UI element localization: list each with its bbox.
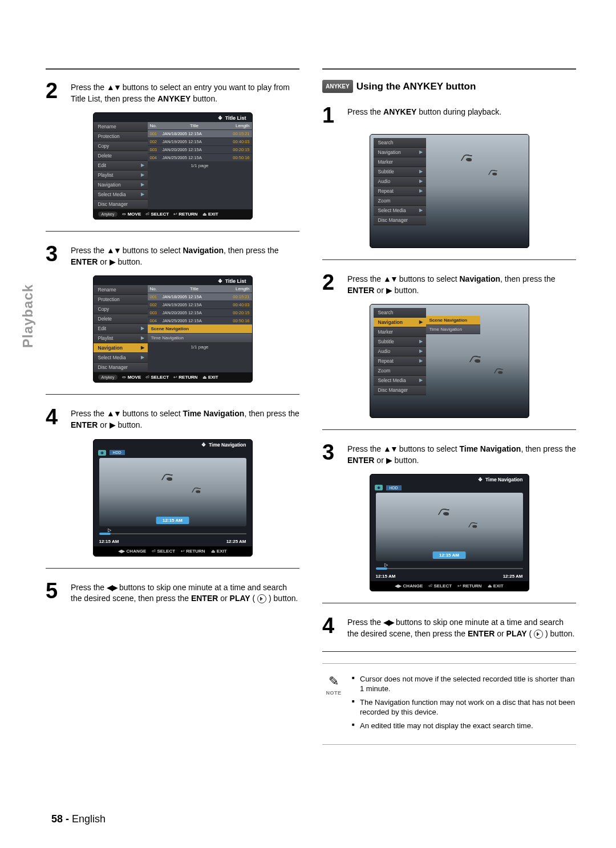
submenu-item-selected[interactable]: Scene Navigation [148,324,252,334]
table-row[interactable]: 004JAN/25/2005 12:15A00:50:16 [148,317,252,324]
osd-footer: Anykey ⇔ MOVE ⏎ SELECT ↩ RETURN ⏏ EXIT [94,209,252,219]
submenu-item[interactable]: Time Navigation [426,325,480,334]
menu-item[interactable]: Delete [94,314,148,324]
leftright-icon: ◀▶ [395,583,402,589]
divider [322,603,576,603]
menu-item[interactable]: Edit▶ [94,324,148,334]
menu-item[interactable]: Repeat▶ [374,186,426,196]
table-row[interactable]: 003JAN/20/2005 12:15A00:20:15 [148,309,252,317]
play-button-icon [257,594,266,603]
menu-item[interactable]: Select Media▶ [374,206,426,216]
menu-item[interactable]: Disc Manager [94,200,148,209]
menu-item[interactable]: Delete [94,151,148,161]
step-5: 5 Press the ◀▶ buttons to skip one minut… [46,580,299,604]
menu-item[interactable]: Search [374,308,426,318]
current-time-badge: 12:15 AM [432,551,466,559]
divider [46,68,299,70]
chevron-right-icon: ▶ [419,178,423,184]
menu-item[interactable]: Subtitle▶ [374,167,426,177]
diamond-icon: ❖ [218,278,222,284]
menu-item-selected[interactable]: Navigation▶ [94,343,148,353]
menu-item[interactable]: Marker [374,157,426,167]
menu-item[interactable]: Select Media▶ [94,190,148,200]
menu-item[interactable]: Search [374,138,426,148]
chevron-right-icon: ▶ [141,326,144,331]
step-number: 3 [46,243,64,267]
osd-title-list-1: ❖ Title List Rename Protection Copy Dele… [93,112,253,220]
step-text: Press the ▲▼ buttons to select an entry … [71,80,299,104]
step-number: 3 [322,441,341,466]
bird-icon [461,155,477,166]
menu-item[interactable]: Protection [94,132,148,141]
step-r1: 1 Press the ANYKEY button during playbac… [322,104,576,126]
updown-icon: ▲▼ [107,245,120,257]
menu-item[interactable]: Copy [94,141,148,151]
divider [322,663,576,664]
osd-time-navigation-1: ❖ Time Navigation ◉HDD 12:15 AM ▷ 12:15 … [93,439,253,557]
right-icon: ▶ [110,420,116,429]
timeline[interactable]: ▷ [99,529,246,539]
hdd-badge: HDD [110,450,125,455]
menu-item[interactable]: Select Media▶ [94,353,148,363]
timeline[interactable]: ▷ [376,563,523,574]
step-r3: 3 Press the ▲▼ buttons to select Time Na… [322,441,576,466]
table-row[interactable]: 002JAN/19/2005 12:15A00:40:03 [148,301,252,309]
menu-item[interactable]: Marker [374,327,426,337]
page-indicator: 1/1 page [148,161,252,170]
menu-item[interactable]: Rename [94,122,148,132]
menu-item[interactable]: Zoom [374,366,426,376]
table-row[interactable]: 004JAN/25/2005 12:15A00:50:16 [148,153,252,161]
menu-item[interactable]: Navigation▶ [94,180,148,190]
menu-item[interactable]: Rename [94,285,148,295]
table-row[interactable]: 003JAN/20/2005 12:15A00:20:15 [148,145,252,153]
divider [322,259,576,260]
updown-icon: ▲▼ [383,444,397,455]
chevron-right-icon: ▶ [419,208,423,213]
menu-item[interactable]: Disc Manager [94,363,148,372]
menu-item[interactable]: Disc Manager [374,216,426,225]
chevron-right-icon: ▶ [141,355,144,360]
note-item: An edited title may not display the exac… [352,721,576,731]
submenu: Scene Navigation Time Navigation [426,316,480,334]
table-row[interactable]: 001JAN/18/2005 12:15A00:15:21 [148,293,252,301]
submenu-item[interactable]: Time Navigation [148,334,252,343]
table-row[interactable]: 002JAN/19/2005 12:15A00:40:03 [148,137,252,145]
chevron-right-icon: ▶ [141,335,144,340]
play-button-icon [534,630,543,639]
left-column: 2 Press the ▲▼ buttons to select an entr… [46,68,299,755]
menu-item[interactable]: Audio▶ [374,177,426,186]
menu-item[interactable]: Repeat▶ [374,356,426,366]
table-row[interactable]: 001JAN/18/2005 12:15A00:15:21 [148,129,252,137]
chevron-right-icon: ▶ [419,378,423,383]
divider [46,394,299,395]
menu-item[interactable]: Select Media▶ [374,376,426,386]
menu-item[interactable]: Playlist▶ [94,334,148,343]
menu-item[interactable]: Edit▶ [94,161,148,171]
menu-item[interactable]: Copy [94,305,148,314]
current-time-badge: 12:15 AM [156,517,189,524]
section-header: ANYKEY Using the ANYKEY button [322,80,576,93]
note-list: Cursor does not move if the selected rec… [352,674,576,735]
menu-item[interactable]: Navigation▶ [374,148,426,157]
exit-icon: ⏏ [202,212,207,217]
menu-item[interactable]: Playlist▶ [94,171,148,180]
leftright-icon: ◀▶ [107,582,117,594]
time-range: 12:15 AM12:25 AM [94,539,252,546]
updown-icon: ▲▼ [107,82,120,94]
bird-icon [494,368,506,378]
osd-playback-menu-2: Search Navigation▶ Marker Subtitle▶ Audi… [370,304,529,418]
step-r2: 2 Press the ▲▼ buttons to select Navigat… [322,271,576,296]
submenu-item-selected[interactable]: Scene Navigation [426,316,480,325]
menu-item[interactable]: Protection [94,295,148,305]
osd-time-navigation-2: ❖ Time Navigation ◉HDD 12:15 AM ▷ 12:15 … [370,474,529,591]
updown-icon: ▲▼ [107,408,120,420]
menu-item-selected[interactable]: Navigation▶ [374,318,426,327]
page-indicator: 1/1 page [148,343,252,351]
menu-item[interactable]: Subtitle▶ [374,337,426,347]
note-icon: ✎ [322,674,345,689]
menu-item[interactable]: Zoom [374,196,426,206]
chevron-right-icon: ▶ [141,163,144,168]
menu-item[interactable]: Disc Manager [374,386,426,395]
menu-item[interactable]: Audio▶ [374,347,426,356]
bird-icon [488,170,501,179]
